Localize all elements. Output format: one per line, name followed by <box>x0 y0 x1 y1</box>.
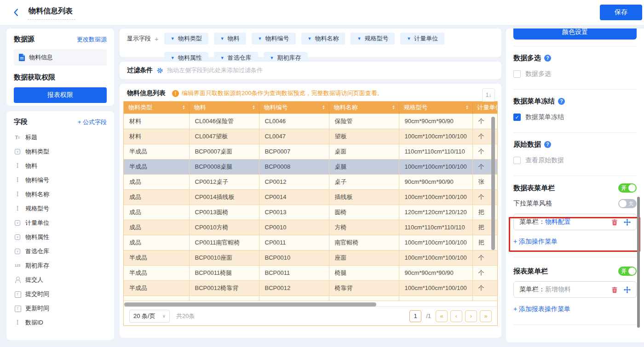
field-item[interactable]: ∨物料属性 <box>14 230 107 244</box>
page-size-select[interactable]: 20 条/页 ∨ <box>129 310 170 323</box>
change-datasource-link[interactable]: 更改数据源 <box>77 35 107 44</box>
column-header[interactable]: 物料▲▼ <box>189 102 259 114</box>
table-row[interactable]: 成品CP0011南官帽椅CP0011南官帽椅100cm*100cm*100/10… <box>124 235 497 250</box>
table-row[interactable]: 半成品BCP0007桌面BCP0007桌面110cm*110cm*110/110… <box>124 144 497 159</box>
panel-vertical-scrollbar[interactable] <box>637 197 640 328</box>
preview-notice: ! 编辑界面只取数据源前200条作为查询数据预览，完整数据请访问页面查看。 <box>172 89 383 97</box>
column-header[interactable]: 规格型号▲▼ <box>399 102 472 114</box>
table-row[interactable]: 成品CP0010方椅CP0010方椅110cm*110cm*110/110把 <box>124 220 497 235</box>
column-header[interactable]: 物料编号▲▼ <box>259 102 329 114</box>
display-field-chip[interactable]: ▼计量单位 <box>400 33 444 45</box>
sort-arrows-icon[interactable]: ▲▼ <box>183 105 185 110</box>
field-item[interactable]: 标题 <box>14 130 107 144</box>
add-report-action-menu-link[interactable]: + 添加报表操作菜单 <box>513 305 637 313</box>
delete-icon[interactable] <box>611 286 618 293</box>
column-header[interactable]: 计量单位▲▼ <box>472 102 497 114</box>
table-horizontal-scrollbar[interactable] <box>124 302 376 307</box>
filter-card: 过滤条件 拖动左侧字段到此处来添加过滤条件 <box>120 62 501 79</box>
help-icon[interactable]: ? <box>558 98 565 105</box>
checkbox[interactable]: ✓ <box>513 114 521 121</box>
multi-select-checkbox-row[interactable]: 数据多选 <box>513 70 637 78</box>
sort-arrows-icon[interactable]: ▲▼ <box>253 105 255 110</box>
table-row[interactable]: 半成品BCP0008桌腿BCP0008桌腿100cm*100cm*100/100… <box>124 159 497 174</box>
table-header-row: 物料类型▲▼物料▲▼物料编号▲▼物料名称▲▼规格型号▲▼计量单位▲▼ <box>124 102 497 114</box>
next-page-button[interactable]: › <box>465 310 477 322</box>
help-icon[interactable]: ? <box>544 55 551 62</box>
table-row[interactable]: 材料CL0047望板CL0047望板100cm*100cm*100/100个 <box>124 129 497 144</box>
help-icon[interactable]: ? <box>544 141 551 148</box>
table-row[interactable]: 成品CP0012桌子CP0012桌子90cm*90cm*90/90张 <box>124 174 497 189</box>
field-item[interactable]: 物料名称 <box>14 187 107 201</box>
add-display-field-icon[interactable]: + <box>155 35 159 43</box>
display-field-chip[interactable]: ▼规格型号 <box>351 33 395 45</box>
sort-arrows-icon[interactable]: ▲▼ <box>466 105 469 110</box>
sort-order-button[interactable]: 1↓ <box>482 88 495 102</box>
report-menu-item[interactable]: 菜单栏： 新增物料 <box>513 281 637 298</box>
save-button[interactable]: 保存 <box>600 5 642 20</box>
field-item[interactable]: 物料编号 <box>14 173 107 187</box>
display-field-chip[interactable]: ▼物料名称 <box>301 33 345 45</box>
field-item[interactable]: 更新时间 <box>14 301 107 315</box>
freeze-checkbox-row[interactable]: ✓ 数据菜单冻结 <box>513 113 637 121</box>
field-item[interactable]: 期初库存 <box>14 258 107 273</box>
table-row[interactable]: 材料CL0046保险管CL0046保险管90cm*90cm*90/90个 <box>124 114 497 129</box>
checkbox[interactable] <box>513 157 521 164</box>
field-item[interactable]: 数据ID <box>14 315 107 330</box>
data-menu-toggle[interactable]: 开 <box>618 183 637 193</box>
table-row[interactable]: 成品CP0014插线板CP0014插线板100cm*100cm*100/100个 <box>124 189 497 205</box>
last-page-button[interactable]: » <box>480 310 492 322</box>
datasource-item[interactable]: 物料信息 <box>14 49 107 66</box>
gear-icon[interactable] <box>156 67 163 74</box>
table-row[interactable]: 半成品BCP0010座面BCP0010座面100cm*100cm*100/100… <box>124 250 497 265</box>
table-cell: 110cm*110cm*110/110 <box>399 220 472 235</box>
current-page-input[interactable]: 1 <box>409 310 421 322</box>
menu-value[interactable]: 物料配置 <box>545 218 571 226</box>
field-item[interactable]: ∨计量单位 <box>14 216 107 230</box>
add-formula-field-link[interactable]: + 公式字段 <box>78 118 107 126</box>
page-size-value: 20 条/页 <box>133 312 155 320</box>
first-page-button[interactable]: « <box>436 310 448 322</box>
sort-arrows-icon[interactable]: ▲▼ <box>392 105 395 110</box>
table-cell: BCP0012 <box>259 280 329 296</box>
column-header[interactable]: 物料类型▲▼ <box>124 102 189 114</box>
display-field-chip[interactable]: ▼物料类型 <box>164 33 208 45</box>
datasource-title: 数据源 <box>14 35 34 44</box>
text-field-icon <box>14 319 21 326</box>
chip-label: 规格型号 <box>364 34 388 43</box>
field-item[interactable]: 规格型号 <box>14 201 107 216</box>
table-cell: CP0013圆椅 <box>189 205 259 220</box>
dropdown-style-toggle[interactable]: 关 <box>618 199 637 208</box>
display-field-chip[interactable]: ▼物料 <box>214 33 246 45</box>
raw-data-checkbox-row[interactable]: 查看原始数据 <box>513 156 637 165</box>
table-cell: CL0046 <box>259 114 329 129</box>
prev-page-button[interactable]: ‹ <box>450 310 462 322</box>
table-row[interactable]: 半成品BCP0012椅靠背BCP0012椅靠背100cm*100cm*100/1… <box>124 280 497 296</box>
color-settings-button[interactable]: 颜色设置 <box>513 28 637 40</box>
field-item[interactable]: 物料 <box>14 159 107 173</box>
back-button[interactable] <box>12 8 20 17</box>
chevron-down-icon: ▼ <box>407 36 411 41</box>
checkbox[interactable] <box>513 70 521 78</box>
field-item-label: 物料类型 <box>25 148 49 156</box>
field-item[interactable]: 提交时间 <box>14 287 107 301</box>
field-item[interactable]: ∨物料类型 <box>14 144 107 159</box>
table-cell: 100cm*100cm*100/100 <box>399 250 472 265</box>
move-icon[interactable] <box>624 286 631 293</box>
display-field-chip[interactable]: ▼物料编号 <box>252 33 296 45</box>
report-permission-button[interactable]: 报表权限 <box>14 87 107 103</box>
table-row[interactable]: 成品CP0013圆椅CP0013圆椅120cm*120cm*120/120把 <box>124 205 497 220</box>
add-action-menu-link[interactable]: + 添加操作菜单 <box>513 238 637 246</box>
table-row[interactable]: 半成品BCP0011椅腿BCP0011椅腿90cm*90cm*90/90个 <box>124 265 497 280</box>
delete-icon[interactable] <box>611 219 618 226</box>
data-menu-item[interactable]: 菜单栏： 物料配置 <box>513 214 637 230</box>
menu-value[interactable]: 新增物料 <box>545 285 571 294</box>
move-icon[interactable] <box>624 219 631 226</box>
sort-arrows-icon[interactable]: ▲▼ <box>491 105 494 110</box>
table-vertical-scrollbar[interactable] <box>491 117 495 250</box>
field-item[interactable]: 提交人 <box>14 273 107 287</box>
report-menu-toggle[interactable]: 开 <box>618 267 637 276</box>
field-item[interactable]: ∨首选仓库 <box>14 244 107 258</box>
column-header[interactable]: 物料名称▲▼ <box>329 102 399 114</box>
sort-arrows-icon[interactable]: ▲▼ <box>322 105 325 110</box>
fields-title: 字段 <box>14 118 28 126</box>
